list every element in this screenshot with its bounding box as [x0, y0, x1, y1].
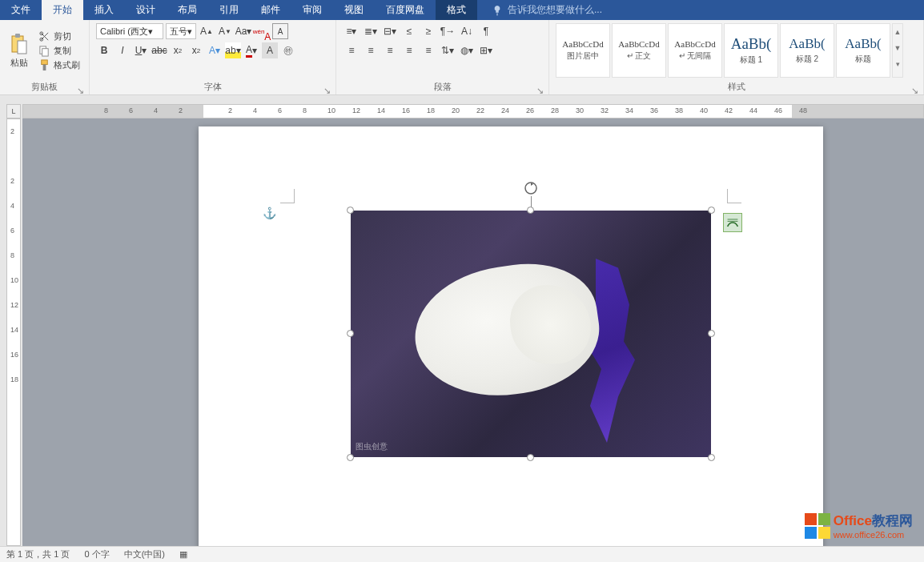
tab-review[interactable]: 审阅: [291, 0, 333, 20]
italic-button[interactable]: I: [114, 42, 131, 58]
style-heading1[interactable]: AaBb(标题 1: [724, 23, 778, 78]
horizontal-ruler[interactable]: 8642246810121416182022242628303234363840…: [22, 104, 924, 118]
layout-icon: [726, 216, 739, 229]
tab-home[interactable]: 开始: [42, 0, 83, 20]
group-clipboard: 粘贴 剪切 复制 格式刷 剪贴板↘: [0, 20, 90, 94]
paste-icon: [10, 33, 29, 55]
multilevel-button[interactable]: ⊟▾: [381, 23, 399, 39]
line-spacing-button[interactable]: ⇅▾: [439, 42, 456, 58]
group-styles: AaBbCcDd图片居中 AaBbCcDd↵ 正文 AaBbCcDd↵ 无间隔 …: [549, 20, 924, 94]
copy-button[interactable]: 复制: [38, 45, 80, 57]
page: ⚓ 图虫创意: [199, 126, 823, 546]
vertical-ruler[interactable]: 224681012141618: [6, 118, 21, 546]
decrease-indent-button[interactable]: ≤: [400, 23, 418, 39]
style-normal[interactable]: AaBbCcDd↵ 正文: [612, 23, 666, 78]
tab-mailings[interactable]: 邮件: [250, 0, 291, 20]
strike-button[interactable]: abc: [151, 42, 167, 58]
tab-baidu[interactable]: 百度网盘: [375, 0, 436, 20]
group-label-font: 字体: [204, 82, 222, 91]
shading-button[interactable]: ◍▾: [458, 42, 476, 58]
style-no-spacing[interactable]: AaBbCcDd↵ 无间隔: [668, 23, 722, 78]
tell-me-search[interactable]: 告诉我您想要做什么...: [492, 0, 602, 20]
image-watermark: 图虫创意: [356, 441, 388, 452]
underline-button[interactable]: U▾: [133, 42, 149, 58]
align-center-button[interactable]: ≡: [362, 42, 380, 58]
subscript-button[interactable]: x2: [170, 42, 186, 58]
char-shading-button[interactable]: A: [262, 42, 278, 58]
distribute-button[interactable]: ≡: [420, 42, 437, 58]
tab-insert[interactable]: 插入: [83, 0, 125, 20]
status-words[interactable]: 0 个字: [84, 548, 109, 560]
tab-layout[interactable]: 布局: [167, 0, 208, 20]
handle-ml[interactable]: [347, 330, 354, 337]
tab-references[interactable]: 引用: [208, 0, 250, 20]
grow-font-button[interactable]: A▲: [199, 23, 215, 39]
tab-design[interactable]: 设计: [125, 0, 167, 20]
office-logo-icon: [805, 513, 830, 539]
svg-rect-6: [42, 48, 49, 55]
handle-tl[interactable]: [347, 207, 354, 214]
show-marks-button[interactable]: ¶: [477, 23, 495, 39]
font-launcher[interactable]: ↘: [323, 86, 331, 94]
style-heading2[interactable]: AaBb(标题 2: [780, 23, 834, 78]
menu-bar: 文件 开始 插入 设计 布局 引用 邮件 审阅 视图 百度网盘 格式 告诉我您想…: [0, 0, 924, 20]
handle-tr[interactable]: [708, 207, 715, 214]
styles-scroll[interactable]: ▲▼▾: [892, 23, 903, 78]
change-case-button[interactable]: Aa▾: [235, 23, 251, 39]
document-area[interactable]: ⚓ 图虫创意: [22, 118, 924, 546]
align-left-button[interactable]: ≡: [343, 42, 360, 58]
increase-indent-button[interactable]: ≥: [420, 23, 437, 39]
text-effects-button[interactable]: A▾: [207, 42, 223, 58]
bullets-button[interactable]: ≡▾: [343, 23, 360, 39]
layout-options-button[interactable]: [723, 213, 742, 232]
status-page[interactable]: 第 1 页，共 1 页: [6, 548, 70, 560]
lightbulb-icon: [492, 5, 503, 16]
brand-url: www.office26.com: [834, 530, 913, 540]
status-language[interactable]: 中文(中国): [124, 548, 165, 560]
handle-mr[interactable]: [708, 330, 715, 337]
tab-format-context[interactable]: 格式: [436, 0, 477, 20]
font-color-button[interactable]: A▾: [243, 42, 259, 58]
selected-image[interactable]: 图虫创意: [351, 211, 711, 457]
handle-br[interactable]: [708, 454, 715, 461]
sort-button[interactable]: A↓: [458, 23, 476, 39]
butterfly-image: 图虫创意: [351, 211, 711, 457]
paragraph-launcher[interactable]: ↘: [536, 86, 544, 94]
phonetic-button[interactable]: wénA: [254, 23, 270, 39]
justify-button[interactable]: ≡: [400, 42, 418, 58]
highlight-button[interactable]: ab▾: [225, 42, 241, 58]
style-title[interactable]: AaBb(标题: [836, 23, 890, 78]
font-name-combo[interactable]: Calibri (西文▾: [96, 23, 163, 39]
numbering-button[interactable]: ≣▾: [362, 23, 380, 39]
borders-button[interactable]: ⊞▾: [477, 42, 495, 58]
format-painter-button[interactable]: 格式刷: [38, 59, 80, 71]
cut-button[interactable]: 剪切: [38, 30, 80, 42]
group-paragraph: ≡▾ ≣▾ ⊟▾ ≤ ≥ ¶→ A↓ ¶ ≡ ≡ ≡ ≡ ≡ ⇅▾ ◍▾ ⊞▾ …: [336, 20, 549, 94]
svg-rect-2: [18, 41, 26, 54]
align-right-button[interactable]: ≡: [381, 42, 399, 58]
styles-launcher[interactable]: ↘: [910, 86, 918, 94]
shrink-font-button[interactable]: A▼: [217, 23, 233, 39]
svg-rect-1: [15, 34, 20, 38]
tab-view[interactable]: 视图: [333, 0, 375, 20]
handle-tm[interactable]: [527, 207, 534, 214]
enclose-button[interactable]: ㊕: [280, 42, 296, 58]
handle-bl[interactable]: [347, 454, 354, 461]
copy-icon: [38, 45, 50, 57]
tab-file[interactable]: 文件: [0, 0, 42, 20]
svg-rect-8: [43, 64, 46, 70]
group-label-clipboard: 剪贴板: [31, 82, 58, 91]
char-border-button[interactable]: A: [272, 23, 288, 39]
ltr-button[interactable]: ¶→: [439, 23, 456, 39]
paste-button[interactable]: 粘贴: [3, 22, 35, 79]
tab-selector[interactable]: L: [6, 104, 21, 118]
style-pic-center[interactable]: AaBbCcDd图片居中: [556, 23, 610, 78]
superscript-button[interactable]: x2: [188, 42, 204, 58]
brand-watermark: Office教程网 www.office26.com: [805, 512, 913, 540]
font-size-combo[interactable]: 五号▾: [166, 23, 196, 39]
bold-button[interactable]: B: [96, 42, 112, 58]
clipboard-launcher[interactable]: ↘: [76, 86, 84, 94]
status-macro-icon[interactable]: ▦: [179, 549, 187, 560]
rotate-handle[interactable]: [523, 180, 539, 196]
handle-bm[interactable]: [527, 454, 534, 461]
